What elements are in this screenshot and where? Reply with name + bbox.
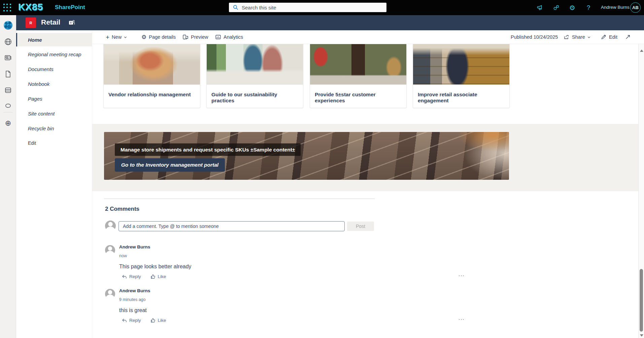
like-thumb-icon [150, 274, 156, 279]
expand-page-button[interactable] [625, 30, 631, 44]
comment-more-icon[interactable]: ... [459, 315, 465, 321]
lists-icon[interactable] [4, 86, 12, 95]
comments-divider [104, 199, 375, 199]
sharepoint-home-link[interactable]: SharePoint [55, 4, 85, 11]
suite-bar: KX85 SharePoint ⚙ ? Andrew Burns AB [0, 0, 644, 15]
like-label: Like [158, 274, 166, 279]
like-label: Like [158, 318, 166, 323]
site-logo[interactable]: R [26, 18, 36, 28]
rail-divider [3, 112, 13, 112]
preview-label: Preview [191, 34, 208, 40]
command-bar: + New ⚙ Page details Preview Analytics P… [92, 30, 644, 44]
comment-timestamp: 9 minutes ago [119, 297, 146, 302]
plus-icon: + [106, 34, 109, 40]
nav-item-recycle-bin[interactable]: Recycle bin [16, 122, 92, 135]
new-button-label: New [112, 34, 122, 40]
org-brand-logo[interactable]: KX85 [19, 2, 43, 13]
nav-item-pages[interactable]: Pages [16, 92, 92, 105]
loop-link-icon[interactable] [4, 101, 12, 110]
reply-label: Reply [129, 274, 141, 279]
news-icon[interactable] [4, 54, 12, 62]
commenter-avatar [105, 245, 115, 255]
nav-edit-link[interactable]: Edit [16, 136, 92, 150]
page-canvas: Vendor relationship management Guide to … [92, 44, 638, 338]
post-comment-button[interactable]: Post [347, 222, 374, 231]
news-card[interactable]: Vendor relationship management [103, 44, 200, 108]
announcements-megaphone-icon[interactable] [536, 4, 544, 12]
published-date-label: Published 10/24/2025 [511, 34, 558, 40]
inventory-portal-button[interactable]: Go to the Inventory management portal [115, 158, 225, 172]
site-header: R Retail T [16, 15, 644, 30]
like-thumb-icon [150, 318, 156, 323]
news-card[interactable]: Improve retail associate engagement [413, 44, 510, 108]
search-icon [233, 5, 238, 10]
banner-section: Manage store shipments and request speci… [92, 124, 638, 191]
share-label: Share [572, 34, 585, 40]
comment-item: Andrew Burns now This page looks better … [105, 244, 467, 283]
commenter-name[interactable]: Andrew Burns [119, 244, 150, 249]
app-bar: ⊕ [0, 15, 16, 338]
banner-image: Manage store shipments and request speci… [104, 132, 509, 180]
comment-text: This page looks better already [119, 264, 191, 270]
commenter-avatar [105, 289, 115, 299]
nav-item-regional-meeting-recap[interactable]: Regional meeting recap [16, 47, 92, 61]
commenter-name[interactable]: Andrew Burns [119, 288, 150, 293]
scroll-down-arrow-icon[interactable] [640, 334, 643, 337]
edit-pencil-icon [601, 34, 607, 40]
teams-icon[interactable]: T [69, 20, 75, 27]
share-button[interactable]: Share [564, 30, 590, 44]
connected-apps-icon[interactable] [552, 4, 560, 12]
reply-button[interactable]: Reply [122, 274, 141, 279]
news-card-title: Provide 5±star customer experiences [310, 85, 406, 104]
share-icon [564, 34, 570, 40]
news-card-image [104, 44, 200, 85]
reply-arrow-icon [122, 318, 127, 323]
reply-arrow-icon [122, 274, 127, 279]
svg-text:T: T [70, 21, 72, 25]
edit-label: Edit [609, 34, 617, 40]
page-details-label: Page details [149, 34, 176, 40]
search-input[interactable] [242, 5, 370, 10]
user-name-label[interactable]: Andrew Burns [601, 5, 630, 10]
scrollbar-thumb[interactable] [640, 269, 643, 332]
new-button[interactable]: + New [106, 30, 127, 44]
like-button[interactable]: Like [150, 318, 166, 323]
comment-input[interactable] [118, 221, 345, 231]
analytics-label: Analytics [224, 34, 243, 40]
comment-text: this is great [119, 307, 147, 313]
page-details-button[interactable]: ⚙ Page details [141, 30, 176, 44]
app-launcher-icon[interactable] [3, 4, 11, 12]
nav-item-notebook[interactable]: Notebook [16, 77, 92, 91]
site-title[interactable]: Retail [41, 18, 60, 26]
nav-item-site-content[interactable]: Site content [16, 107, 92, 120]
site-navigation: Home Regional meeting recap Documents No… [16, 30, 92, 338]
scroll-up-arrow-icon[interactable] [640, 49, 643, 52]
current-user-avatar [105, 221, 116, 231]
sharepoint-page: KX85 SharePoint ⚙ ? Andrew Burns AB R [0, 0, 644, 338]
settings-gear-icon[interactable]: ⚙ [568, 4, 576, 12]
comment-more-icon[interactable]: ... [459, 271, 465, 277]
news-card-title: Improve retail associate engagement [413, 85, 509, 104]
analytics-button[interactable]: Analytics [215, 30, 243, 44]
reply-button[interactable]: Reply [122, 318, 141, 323]
like-button[interactable]: Like [150, 274, 166, 279]
banner-heading: Manage store shipments and request speci… [115, 143, 301, 156]
site-search-box[interactable] [229, 3, 386, 12]
analytics-chart-icon [215, 34, 221, 40]
news-card[interactable]: Guide to our sustainability practices [206, 44, 303, 108]
nav-item-home[interactable]: Home [16, 33, 92, 46]
create-plus-icon[interactable]: ⊕ [4, 119, 12, 128]
help-icon[interactable]: ? [584, 4, 592, 12]
vertical-scrollbar[interactable] [638, 44, 644, 338]
edit-button[interactable]: Edit [601, 30, 617, 44]
files-document-icon[interactable] [4, 70, 12, 78]
comment-item: Andrew Burns 9 minutes ago this is great… [105, 288, 467, 327]
preview-button[interactable]: Preview [182, 30, 208, 44]
reply-label: Reply [129, 318, 141, 323]
home-site-sphere-icon[interactable] [4, 21, 12, 30]
user-avatar[interactable]: AB [630, 2, 641, 13]
global-sites-globe-icon[interactable] [4, 37, 12, 46]
page-details-gear-icon: ⚙ [141, 34, 146, 40]
nav-item-documents[interactable]: Documents [16, 62, 92, 76]
news-card[interactable]: Provide 5±star customer experiences [310, 44, 407, 108]
